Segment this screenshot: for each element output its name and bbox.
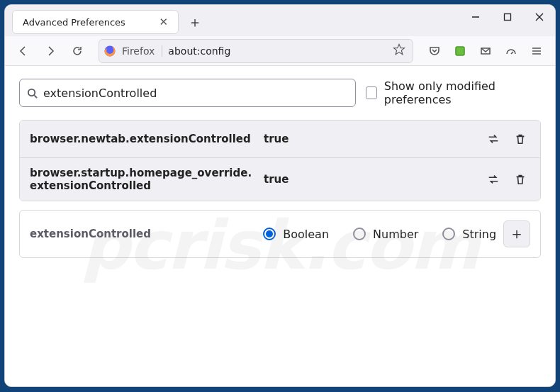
delete-button[interactable] [510, 129, 530, 149]
radio-label: Number [373, 228, 418, 241]
toggle-button[interactable] [483, 169, 503, 189]
show-modified-checkbox[interactable]: Show only modified preferences [366, 79, 541, 106]
add-pref-button[interactable]: ＋ [503, 220, 530, 247]
pref-row[interactable]: browser.startup.homepage_override.extens… [20, 157, 540, 201]
tab-active[interactable]: Advanced Preferences ✕ [12, 10, 179, 34]
url-bar[interactable]: Firefox about:config [99, 39, 413, 63]
radio-boolean[interactable]: Boolean [263, 228, 329, 241]
url-address: about:config [168, 45, 387, 57]
add-pref-row: extensionControlled Boolean Number Strin… [19, 210, 541, 258]
search-row: extensionControlled Show only modified p… [19, 79, 541, 107]
identity-label: Firefox [122, 45, 162, 57]
pref-row[interactable]: browser.newtab.extensionControlled true [20, 121, 540, 157]
reload-button[interactable] [66, 40, 89, 62]
pref-results: browser.newtab.extensionControlled true … [19, 120, 541, 201]
radio-circle [442, 228, 455, 240]
search-icon [27, 88, 38, 99]
firefox-icon [103, 45, 116, 57]
pref-value: true [264, 173, 476, 186]
radio-label: Boolean [283, 228, 329, 241]
forward-button[interactable] [39, 40, 62, 62]
svg-line-11 [34, 95, 37, 98]
title-bar: Advanced Preferences ✕ ＋ [5, 5, 555, 36]
browser-window: Advanced Preferences ✕ ＋ [4, 4, 556, 387]
svg-point-10 [28, 89, 35, 95]
type-radios: Boolean Number String [263, 228, 496, 241]
pocket-icon[interactable] [423, 40, 446, 62]
extension-green-icon[interactable] [449, 40, 471, 62]
minimize-button[interactable] [459, 5, 491, 29]
mail-icon[interactable] [474, 40, 497, 62]
radio-circle [263, 228, 276, 240]
close-tab-icon[interactable]: ✕ [156, 14, 171, 30]
row-actions [483, 169, 530, 189]
delete-button[interactable] [510, 169, 530, 189]
radio-number[interactable]: Number [353, 228, 418, 241]
back-button[interactable] [12, 40, 35, 62]
search-value: extensionControlled [43, 86, 157, 100]
new-tab-button[interactable]: ＋ [184, 11, 206, 33]
gauge-icon[interactable] [500, 40, 522, 62]
menu-button[interactable] [525, 40, 548, 62]
radio-string[interactable]: String [442, 228, 496, 241]
pref-value: true [264, 133, 476, 145]
add-pref-name: extensionControlled [30, 228, 256, 240]
svg-marker-5 [394, 44, 405, 54]
toggle-button[interactable] [483, 129, 503, 149]
radio-circle [353, 228, 366, 240]
tab-strip: Advanced Preferences ✕ ＋ [5, 5, 459, 34]
pref-search-input[interactable]: extensionControlled [19, 79, 356, 107]
checkbox-box [366, 86, 377, 99]
svg-rect-6 [456, 47, 464, 55]
pref-name: browser.startup.homepage_override.extens… [30, 167, 257, 192]
close-window-button[interactable] [523, 5, 555, 29]
window-controls [459, 5, 555, 29]
tab-title: Advanced Preferences [23, 17, 156, 28]
checkbox-label: Show only modified preferences [384, 79, 541, 106]
pref-name: browser.newtab.extensionControlled [30, 133, 257, 145]
content-area: extensionControlled Show only modified p… [5, 66, 555, 386]
toolbar-extensions [423, 40, 548, 62]
row-actions [483, 129, 530, 149]
maximize-button[interactable] [491, 5, 523, 29]
toolbar: Firefox about:config [5, 36, 555, 66]
radio-label: String [462, 228, 496, 241]
svg-rect-1 [504, 14, 510, 21]
bookmark-star-icon[interactable] [393, 43, 405, 59]
